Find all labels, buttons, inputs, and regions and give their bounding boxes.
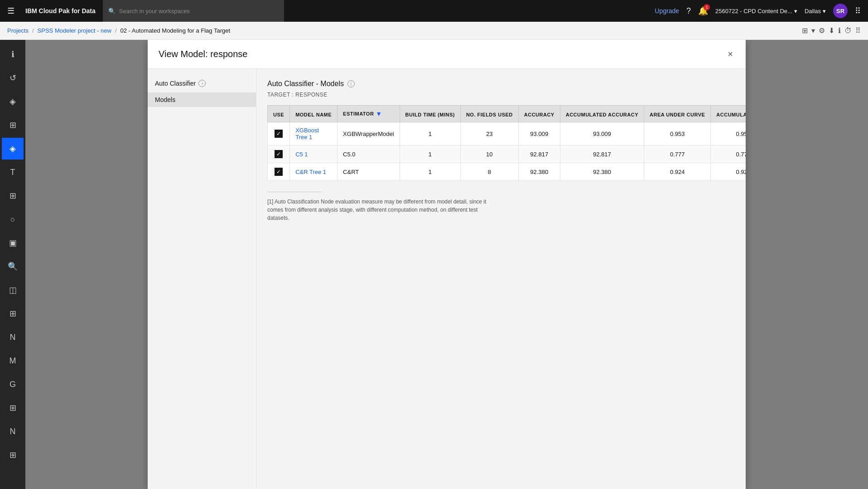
sidebar-item-outputs[interactable]: ○ (2, 208, 24, 230)
cell-area_under_curve-2: 0.924 (644, 163, 711, 181)
cell-build_time-1: 1 (400, 145, 460, 163)
upgrade-link[interactable]: Upgrade (655, 7, 679, 15)
view-toggle-icon[interactable]: ⊞ (802, 26, 808, 35)
modal-nav-heading: Auto Classifier i (155, 80, 249, 87)
left-sidebar: ℹ ↺ ◈ ⊞ ◈ T ⊞ ○ ▣ 🔍 ◫ ⊞ N M G ⊞ N ⊞ (0, 40, 25, 489)
cell-no_fields_used-0: 23 (460, 122, 518, 145)
cell-accumulated_accuracy-2: 92.380 (560, 163, 644, 181)
cell-accumulated_accuracy-0: 93.009 (560, 122, 644, 145)
modal-nav-section: Auto Classifier i (148, 80, 256, 92)
top-navigation: ☰ IBM Cloud Pak for Data 🔍 Search in you… (0, 0, 868, 22)
sidebar-item-n2[interactable]: N (2, 421, 24, 442)
table-row: XGBoost Tree 1XGBWrapperModel12393.00993… (268, 122, 746, 145)
footnote-text: Auto Classification Node evaluation meas… (267, 199, 486, 221)
cell-use-0 (268, 122, 290, 145)
cell-model-name-0: XGBoost Tree 1 (290, 122, 338, 145)
sidebar-item-favorites[interactable]: ◈ (2, 91, 24, 112)
cell-build_time-2: 1 (400, 163, 460, 181)
use-checkbox-0[interactable] (275, 130, 283, 138)
modal-close-button[interactable]: × (726, 47, 735, 61)
breadcrumb-current: 02 - Automated Modeling for a Flag Targe… (121, 27, 231, 34)
col-build-time: BUILD TIME (MINS) (400, 106, 460, 122)
breadcrumb-sep-1: / (32, 27, 34, 34)
modal-header: View Model: response × (148, 40, 746, 69)
global-search[interactable]: 🔍 Search in your workspaces (103, 0, 284, 22)
col-accumulated-accuracy: ACCUMULATED ACCURACY (560, 106, 644, 122)
cell-use-1 (268, 145, 290, 163)
sidebar-item-table3[interactable]: ⊞ (2, 397, 24, 419)
cell-use-2 (268, 163, 290, 181)
sidebar-item-models[interactable]: ◈ (2, 138, 24, 160)
cell-accumulated_auc-1: 0.777 (711, 145, 746, 163)
model-link-0[interactable]: XGBoost Tree 1 (295, 127, 319, 140)
more-icon[interactable]: ⠿ (855, 26, 861, 35)
sidebar-item-table2[interactable]: ⊞ (2, 303, 24, 324)
footnote: [1] Auto Classification Node evaluation … (267, 198, 494, 222)
sidebar-item-assets[interactable]: 🔍 (2, 256, 24, 277)
sidebar-item-data[interactable]: ◫ (2, 279, 24, 301)
help-icon[interactable]: ? (686, 6, 691, 16)
col-model-name: MODEL NAME (290, 106, 338, 122)
breadcrumb-projects[interactable]: Projects (7, 27, 29, 34)
cell-area_under_curve-1: 0.777 (644, 145, 711, 163)
notification-badge: 1 (704, 4, 710, 10)
modal-nav-item-models[interactable]: Models (148, 92, 256, 107)
history-icon[interactable]: ⏱ (844, 27, 852, 35)
use-checkbox-1[interactable] (275, 150, 283, 158)
section-title: Auto Classifier - Models i (267, 80, 735, 88)
sidebar-item-recent[interactable]: ↺ (2, 67, 24, 89)
sidebar-item-settings[interactable]: T (2, 161, 24, 183)
model-link-2[interactable]: C&R Tree 1 (295, 169, 326, 175)
cell-model-name-1: C5 1 (290, 145, 338, 163)
sidebar-item-table[interactable]: ⊞ (2, 185, 24, 207)
cell-accumulated_accuracy-1: 92.817 (560, 145, 644, 163)
user-avatar[interactable]: SR (833, 4, 848, 18)
col-estimator[interactable]: ESTIMATOR ▼ (338, 106, 400, 122)
app-switcher-icon[interactable]: ⠿ (855, 6, 861, 16)
view-model-modal: View Model: response × Auto Classifier i (148, 40, 746, 489)
table-row: C5 1C5.011092.81792.8170.7770.7770.5350.… (268, 145, 746, 163)
use-checkbox-2[interactable] (275, 168, 283, 176)
region-selector[interactable]: Dallas ▾ (805, 8, 826, 15)
download-icon[interactable]: ⬇ (829, 26, 834, 35)
col-fields-used: NO. FIELDS USED (460, 106, 518, 122)
cell-estimator-0: XGBWrapperModel (338, 122, 400, 145)
col-accuracy: ACCURACY (518, 106, 560, 122)
account-selector[interactable]: 2560722 - CPD Content De... ▾ (715, 8, 797, 15)
estimator-filter-icon[interactable]: ▼ (376, 110, 382, 117)
settings-icon[interactable]: ⚙ (819, 26, 825, 35)
col-use: USE (268, 106, 290, 122)
table-row: C&R Tree 1C&RT1892.38092.3800.9240.9240.… (268, 163, 746, 181)
hamburger-menu-icon[interactable]: ☰ (7, 6, 14, 16)
notifications-icon[interactable]: 🔔 1 (698, 6, 708, 16)
account-name: 2560722 - CPD Content De... (715, 8, 792, 15)
sidebar-item-tasks[interactable]: ▣ (2, 232, 24, 254)
content-area: View Model: response × Auto Classifier i (25, 40, 868, 489)
modal-overlay: View Model: response × Auto Classifier i (25, 40, 868, 489)
cell-accumulated_auc-0: 0.953 (711, 122, 746, 145)
nav-heading-info-icon[interactable]: i (198, 80, 206, 87)
cell-no_fields_used-1: 10 (460, 145, 518, 163)
main-layout: ℹ ↺ ◈ ⊞ ◈ T ⊞ ○ ▣ 🔍 ◫ ⊞ N M G ⊞ N ⊞ View… (0, 40, 868, 489)
cell-no_fields_used-2: 8 (460, 163, 518, 181)
search-placeholder: Search in your workspaces (119, 8, 190, 15)
info-icon[interactable]: ℹ (838, 26, 841, 35)
section-info-icon[interactable]: i (347, 80, 355, 87)
sidebar-item-n1[interactable]: N (2, 326, 24, 348)
breadcrumb-project[interactable]: SPSS Modeler project - new (38, 27, 111, 34)
model-link-1[interactable]: C5 1 (295, 151, 308, 158)
nav-heading-label: Auto Classifier (155, 80, 196, 87)
cell-accuracy-0: 93.009 (518, 122, 560, 145)
breadcrumb-chevron-icon[interactable]: ▾ (811, 26, 815, 35)
sidebar-item-tools[interactable]: ⊞ (2, 114, 24, 136)
sidebar-item-info[interactable]: ℹ (2, 44, 24, 65)
sidebar-item-table4[interactable]: ⊞ (2, 444, 24, 466)
cell-area_under_curve-0: 0.953 (644, 122, 711, 145)
col-estimator-label: ESTIMATOR (343, 111, 374, 116)
breadcrumb: Projects / SPSS Modeler project - new / … (0, 22, 868, 40)
region-chevron-icon: ▾ (823, 8, 826, 15)
app-brand: IBM Cloud Pak for Data (25, 7, 96, 15)
table-header-row: USE MODEL NAME ESTIMATOR ▼ BUILD TIME (M (268, 106, 746, 122)
sidebar-item-g1[interactable]: G (2, 373, 24, 395)
sidebar-item-m1[interactable]: M (2, 350, 24, 372)
